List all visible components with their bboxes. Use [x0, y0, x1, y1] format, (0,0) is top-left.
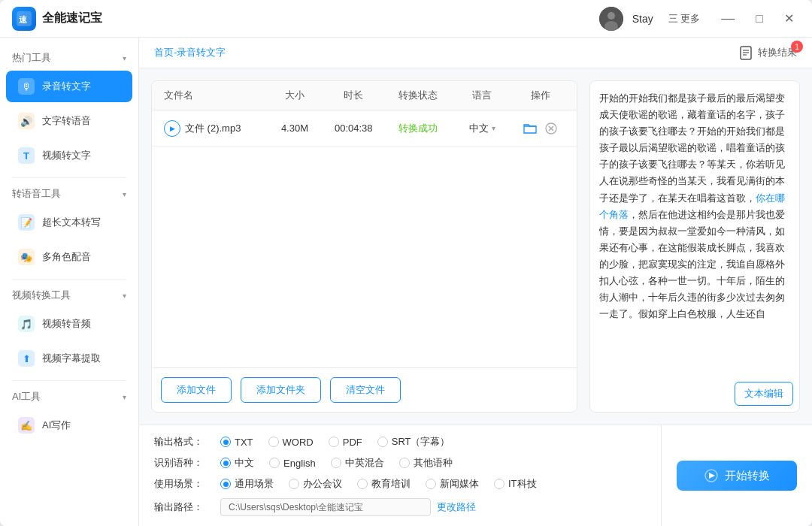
- multi-voice-icon: 🎭: [18, 249, 35, 265]
- maximize-button[interactable]: □: [750, 11, 769, 27]
- status-badge: 转换成功: [398, 122, 438, 135]
- sidebar-item-text-to-speech[interactable]: 🔊 文字转语音: [6, 105, 132, 137]
- main-content: 热门工具 ▾ 🎙 录音转文字 🔊 文字转语音 T 视频转文字 转语音工具 ▾: [0, 38, 812, 526]
- scene-education[interactable]: 教育培训: [357, 477, 411, 491]
- file-duration-cell: 00:04:38: [322, 119, 386, 137]
- minimize-button[interactable]: —: [715, 9, 741, 28]
- titlebar-right: Stay 三 更多 — □ ✕: [599, 7, 800, 31]
- content-area: 首页-录音转文字 1 转换结果: [139, 38, 812, 526]
- start-icon: [704, 468, 719, 483]
- scene-media-label: 新闻媒体: [440, 477, 479, 491]
- format-pdf-label: PDF: [343, 437, 362, 448]
- path-change-button[interactable]: 更改路径: [437, 500, 476, 514]
- more-button[interactable]: 三 更多: [662, 9, 707, 29]
- open-folder-button[interactable]: [522, 120, 538, 137]
- language-select[interactable]: 中文 ▾: [469, 122, 495, 135]
- format-option-row: 输出格式： TXT WORD: [154, 431, 646, 452]
- path-label: 输出路径：: [154, 500, 214, 514]
- chevron-icon-video: ▾: [123, 292, 126, 300]
- sidebar-item-label-mv: 多角色配音: [42, 250, 91, 264]
- section-label-video: 视频转换工具: [12, 289, 71, 302]
- radio-chinese-circle: [220, 458, 231, 468]
- chevron-icon-ai: ▾: [123, 393, 126, 401]
- chevron-icon-hot: ▾: [123, 54, 126, 62]
- sidebar-item-label-audio: 录音转文字: [42, 80, 91, 93]
- lang-chinese[interactable]: 中文: [220, 456, 254, 470]
- bottom-area: 输出格式： TXT WORD: [139, 425, 812, 526]
- scene-office[interactable]: 办公会议: [289, 477, 342, 491]
- sidebar-item-video-to-text[interactable]: T 视频转文字: [6, 140, 132, 171]
- text-content-area: 开始的开始我们都是孩子最后的最后渴望变成天使歌谣的歌谣，藏着童话的名字，孩子的孩…: [590, 81, 799, 376]
- sidebar-section-hot-tools[interactable]: 热门工具 ▾: [0, 47, 138, 69]
- sidebar-item-video-audio[interactable]: 🎵 视频转音频: [6, 308, 132, 340]
- sidebar-divider-2: [12, 279, 126, 280]
- add-buttons-bar: 添加文件 添加文件夹 清空文件: [152, 367, 577, 412]
- sidebar-section-video-tools[interactable]: 视频转换工具 ▾: [0, 284, 138, 307]
- video-to-text-icon: T: [18, 147, 35, 164]
- start-convert-button[interactable]: 开始转换: [677, 461, 797, 491]
- format-pdf[interactable]: PDF: [329, 437, 362, 448]
- col-header-size: 大小: [268, 81, 321, 110]
- file-name-cell: ▶ 文件 (2).mp3: [161, 117, 268, 140]
- format-txt[interactable]: TXT: [220, 437, 253, 448]
- sidebar-section-ai-tools[interactable]: AI工具 ▾: [0, 385, 138, 408]
- table-row: ▶ 文件 (2).mp3 4.30M 00:04:38 转换成功 中文: [152, 110, 577, 147]
- sidebar-item-audio-to-text[interactable]: 🎙 录音转文字: [6, 71, 132, 102]
- lang-label: 识别语种：: [154, 456, 214, 470]
- clear-files-button[interactable]: 清空文件: [330, 377, 401, 403]
- path-input[interactable]: [220, 498, 431, 516]
- section-label-speech: 转语音工具: [12, 187, 61, 201]
- section-label-ai: AI工具: [12, 390, 41, 404]
- scene-education-label: 教育培训: [371, 477, 411, 491]
- radio-other-circle: [399, 458, 410, 468]
- format-word[interactable]: WORD: [268, 437, 314, 448]
- close-button[interactable]: ✕: [778, 10, 800, 27]
- sidebar-item-video-subtitle[interactable]: ⬆ 视频字幕提取: [6, 343, 132, 374]
- scene-media[interactable]: 新闻媒体: [426, 477, 479, 491]
- sidebar-item-long-text[interactable]: 📝 超长文本转写: [6, 207, 132, 238]
- play-button[interactable]: ▶: [164, 120, 180, 137]
- options-section: 输出格式： TXT WORD: [139, 425, 661, 526]
- add-folder-button[interactable]: 添加文件夹: [241, 377, 321, 403]
- scene-general-label: 通用场景: [235, 477, 274, 491]
- scene-option-row: 使用场景： 通用场景 办公会议: [154, 473, 646, 494]
- radio-txt-circle: [220, 437, 231, 447]
- lang-other[interactable]: 其他语种: [399, 456, 453, 470]
- text-edit-button[interactable]: 文本编辑: [735, 382, 793, 406]
- delete-button[interactable]: [543, 120, 559, 137]
- file-table-body: ▶ 文件 (2).mp3 4.30M 00:04:38 转换成功 中文: [152, 110, 577, 367]
- sidebar-section-speech-tools[interactable]: 转语音工具 ▾: [0, 183, 138, 205]
- highlighted-text: 你在哪个角落: [599, 192, 785, 220]
- sidebar-item-label-tts: 文字转语音: [42, 114, 91, 128]
- main-panel: 文件名 大小 时长 转换状态 语言 操作 ▶ 文件 (2).mp3: [139, 68, 812, 425]
- sidebar: 热门工具 ▾ 🎙 录音转文字 🔊 文字转语音 T 视频转文字 转语音工具 ▾: [0, 38, 139, 526]
- scene-it-label: IT科技: [508, 477, 537, 491]
- lang-english[interactable]: English: [269, 458, 316, 469]
- file-name: 文件 (2).mp3: [185, 122, 241, 135]
- radio-mixed-circle: [331, 458, 341, 468]
- format-srt-label: SRT（字幕）: [392, 435, 450, 449]
- language-chevron-icon: ▾: [492, 124, 495, 132]
- video-audio-icon: 🎵: [18, 316, 35, 332]
- add-file-button[interactable]: 添加文件: [161, 377, 232, 403]
- lang-mixed[interactable]: 中英混合: [331, 456, 384, 470]
- scene-it[interactable]: IT科技: [494, 477, 537, 491]
- text-panel: 开始的开始我们都是孩子最后的最后渴望变成天使歌谣的歌谣，藏着童话的名字，孩子的孩…: [589, 80, 800, 413]
- radio-word-circle: [268, 437, 279, 447]
- svg-point-3: [607, 12, 615, 20]
- app-logo: 速: [12, 7, 36, 31]
- scene-general[interactable]: 通用场景: [220, 477, 274, 491]
- lang-mixed-label: 中英混合: [345, 456, 384, 470]
- format-srt[interactable]: SRT（字幕）: [377, 435, 450, 449]
- lang-option-row: 识别语种： 中文 English: [154, 452, 646, 473]
- sidebar-item-ai-write[interactable]: ✍ AI写作: [6, 410, 132, 441]
- badge: 1: [791, 41, 803, 53]
- lang-english-label: English: [283, 458, 316, 469]
- sidebar-divider-3: [12, 380, 126, 381]
- sidebar-item-multi-voice[interactable]: 🎭 多角色配音: [6, 241, 132, 273]
- text-to-speech-icon: 🔊: [18, 113, 35, 129]
- file-language-cell: 中文 ▾: [450, 119, 514, 138]
- convert-result-button[interactable]: 1 转换结果: [738, 45, 797, 60]
- titlebar: 速 全能速记宝 Stay 三 更多 — □ ✕: [0, 0, 812, 38]
- sidebar-item-label-va: 视频转音频: [42, 317, 91, 331]
